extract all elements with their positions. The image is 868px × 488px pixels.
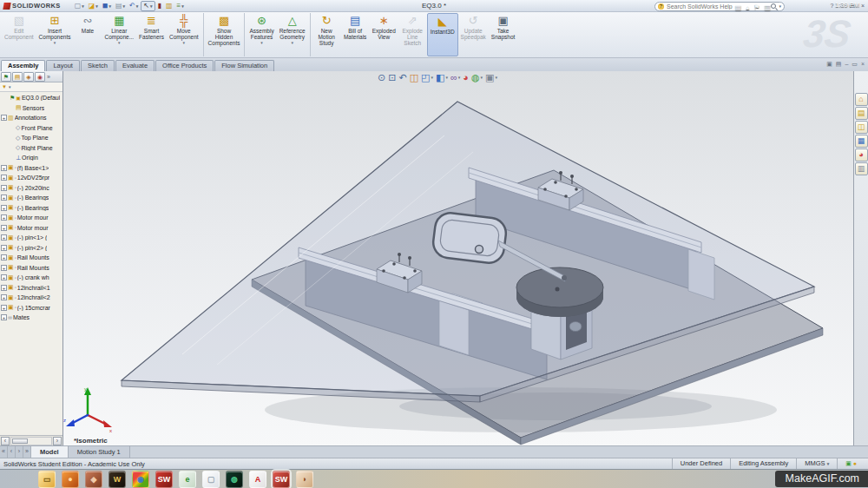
mate-button[interactable]: ∾ Mate ▾: [73, 13, 102, 56]
tree-15cmcrank[interactable]: + ▣ ▫ (-) 15cmcrar: [0, 303, 62, 313]
expand-toggle[interactable]: +: [1, 265, 7, 271]
exploded-view-button[interactable]: ∗ Exploded View ▾: [370, 13, 398, 56]
bill-of-materials-button[interactable]: ▤ Bill of Materials ▾: [341, 13, 370, 56]
tab-assembly[interactable]: Assembly: [1, 60, 45, 71]
open-button[interactable]: ◪ ▾: [87, 1, 100, 11]
scroll-left-button[interactable]: ‹: [1, 437, 10, 445]
prev-tab-button[interactable]: ‹: [8, 446, 16, 458]
graphics-viewport[interactable]: y x z ⊙ ▾ ⊡ ▾ ↶ ▾ ◫: [63, 71, 853, 445]
units-caret-icon[interactable]: ▾: [827, 458, 830, 469]
dropdown-caret-icon[interactable]: ▾: [54, 41, 56, 45]
expand-toggle[interactable]: +: [1, 205, 7, 211]
scroll-right-button[interactable]: ›: [53, 437, 62, 445]
tab-layout[interactable]: Layout: [46, 60, 80, 71]
linear-component-pattern-button[interactable]: ▦ Linear Compone... ▾: [102, 13, 136, 56]
assembly-model[interactable]: y x z: [63, 71, 853, 445]
apply-scene-icon[interactable]: ◍ ▾: [471, 72, 483, 82]
new-motion-study-button[interactable]: ↻ New Motion Study ▾: [312, 13, 341, 56]
undo-button[interactable]: ↶ ▾: [128, 1, 140, 11]
move-component-button[interactable]: ╬ Move Component ▾: [167, 13, 204, 56]
dimxpertmanager-tab[interactable]: ◉: [35, 72, 45, 82]
tree-root-assembly[interactable]: ⚑ ▣ EQ3.0 (Defaul: [0, 93, 62, 103]
search-dropdown-icon[interactable]: ▾: [779, 3, 781, 9]
show-hidden-icons[interactable]: ▴: [746, 3, 749, 11]
dropdown-caret-icon[interactable]: ▾: [136, 3, 139, 9]
dropdown-caret-icon[interactable]: ▾: [458, 75, 461, 80]
paint-icon[interactable]: ◗: [296, 471, 313, 488]
expand-toggle[interactable]: +: [1, 185, 7, 191]
view-palette-tab[interactable]: ▦: [855, 135, 868, 148]
expand-toggle[interactable]: +: [1, 175, 7, 181]
tree-top-plane[interactable]: ◇ Top Plane: [0, 133, 62, 143]
expand-toggle[interactable]: +: [1, 245, 7, 251]
tree-origin[interactable]: ⊥ Origin: [0, 153, 62, 163]
tree-right-plane[interactable]: ◇ Right Plane: [0, 143, 62, 154]
tree-rail-mounts-1[interactable]: + ▣ ▫ Rail Mounts: [0, 253, 62, 263]
units-status-icon[interactable]: ▣: [845, 458, 852, 469]
dropdown-caret-icon[interactable]: ▾: [181, 3, 184, 9]
expand-toggle[interactable]: +: [1, 195, 7, 201]
file-explorer-tab[interactable]: ◫: [855, 121, 868, 134]
edit-component-button[interactable]: ▧ Edit Component ▾: [2, 13, 36, 56]
options-button[interactable]: ≡ ▾: [174, 1, 185, 11]
previous-view-icon[interactable]: ↶ ▾: [398, 72, 406, 82]
close-button[interactable]: ×: [859, 1, 866, 10]
solidworks-active-icon[interactable]: SW: [273, 471, 290, 488]
edrawings-icon[interactable]: e: [179, 471, 196, 488]
dropdown-caret-icon[interactable]: ▾: [431, 75, 433, 80]
tab-sketch[interactable]: Sketch: [81, 60, 115, 71]
filter-caret-icon[interactable]: ▾: [9, 84, 11, 89]
tree-pin-2[interactable]: + ▣ ▫ (-) pin<2> (: [0, 243, 62, 254]
file-properties-button[interactable]: ▥ ▾: [164, 1, 174, 11]
dropdown-caret-icon[interactable]: ▾: [445, 75, 448, 80]
tree-annotations[interactable]: + ▥ Annotations: [0, 113, 62, 123]
tree-bearings-2[interactable]: + ▣ ▫ (-) Bearings: [0, 203, 62, 214]
tree-pin-1[interactable]: + ▣ ▫ (-) pin<1> (: [0, 233, 62, 243]
doc-minimize-icon[interactable]: –: [845, 60, 848, 69]
model-tab[interactable]: Model: [31, 446, 69, 458]
expand-toggle[interactable]: +: [1, 305, 7, 311]
tree-crank-wheel[interactable]: + ▣ ▫ (-) crank wh: [0, 273, 62, 283]
tab-evaluate[interactable]: Evaluate: [115, 60, 155, 71]
save-button[interactable]: ◼ ▾: [101, 1, 113, 11]
expand-toggle[interactable]: +: [1, 254, 7, 260]
scroll-thumb[interactable]: [12, 439, 28, 444]
tree-extrusion[interactable]: + ▣ ▫ (-) 20x20inc: [0, 183, 62, 194]
utility-icon[interactable]: ◆: [85, 471, 102, 488]
hide-show-items-icon[interactable]: ∞ ▾: [450, 72, 460, 82]
rebuild-button[interactable]: ▮ ▾: [156, 1, 163, 11]
globe-icon[interactable]: ◍: [226, 471, 243, 488]
dropdown-caret-icon[interactable]: ▾: [118, 41, 121, 45]
expand-toggle[interactable]: [9, 125, 15, 131]
panel-tabs-overflow-button[interactable]: »: [47, 74, 50, 80]
tree-12inchrail-2[interactable]: + ▣ ▫ 12inchrail<2: [0, 293, 62, 303]
expand-toggle[interactable]: [9, 145, 15, 151]
wow-icon[interactable]: W: [108, 471, 126, 488]
section-view-icon[interactable]: ◫ ▾: [410, 72, 418, 82]
tree-base[interactable]: + ▣ ▫ (f) Base<1>: [0, 163, 62, 174]
view-settings-icon[interactable]: ▣ ▾: [485, 72, 497, 82]
assembly-features-button[interactable]: ⊛ Assembly Features ▾: [247, 13, 276, 56]
tree-motor-mount-2[interactable]: + ▣ ▫ Motor mour: [0, 223, 62, 234]
quick-tips-icon[interactable]: ●: [853, 458, 857, 469]
take-snapshot-button[interactable]: ▣ Take Snapshot ▾: [489, 13, 517, 56]
expand-toggle[interactable]: [9, 105, 15, 111]
filter-icon[interactable]: ▼: [2, 84, 7, 89]
units-selector[interactable]: MMGS ▾: [796, 458, 837, 469]
solidworks-icon[interactable]: SW: [155, 471, 173, 488]
expand-toggle[interactable]: +: [1, 274, 7, 280]
dropdown-caret-icon[interactable]: ▾: [150, 3, 153, 9]
update-speedpak-button[interactable]: ↺ Update Speedpak ▾: [458, 13, 489, 56]
expand-toggle[interactable]: +: [1, 115, 7, 121]
dropdown-caret-icon[interactable]: ▾: [82, 3, 84, 9]
expand-toggle[interactable]: +: [1, 294, 7, 300]
dropdown-caret-icon[interactable]: ▾: [291, 41, 293, 45]
smart-fasteners-button[interactable]: ≣ Smart Fasteners ▾: [136, 13, 167, 56]
display-style-icon[interactable]: ◧ ▾: [436, 72, 448, 82]
network-icon[interactable]: ▥: [764, 3, 771, 11]
tab-flow-simulation[interactable]: Flow Simulation: [214, 60, 274, 71]
view-orientation-icon[interactable]: ◰ ▾: [421, 72, 433, 82]
tree-bearings-1[interactable]: + ▣ ▫ (-) Bearings: [0, 193, 62, 203]
solidworks-resources-tab[interactable]: ⌂: [855, 93, 868, 106]
dropdown-caret-icon[interactable]: ▾: [95, 3, 98, 9]
